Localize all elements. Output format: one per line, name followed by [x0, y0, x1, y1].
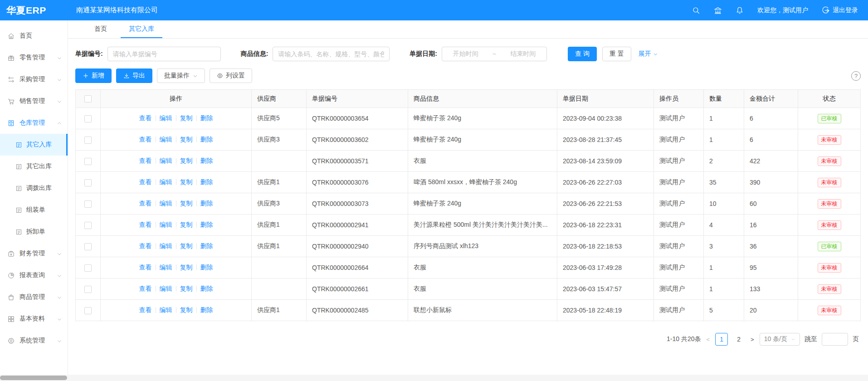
row-operator: 测试用户 — [654, 300, 704, 321]
tab-other-inbound[interactable]: 其它入库 — [121, 20, 162, 38]
row-action-edit[interactable]: 编辑 — [160, 157, 172, 164]
sidebar-item-basic-data[interactable]: 基本资料 — [0, 308, 68, 330]
row-action-edit[interactable]: 编辑 — [160, 114, 172, 122]
row-checkbox[interactable] — [84, 137, 92, 144]
col-header-product: 商品信息 — [408, 90, 557, 108]
row-actions-cell: 查看编辑复制删除 — [101, 108, 252, 129]
sidebar-item-retail[interactable]: 零售管理 — [0, 47, 68, 68]
row-checkbox[interactable] — [84, 264, 92, 272]
row-action-edit[interactable]: 编辑 — [160, 264, 172, 271]
sidebar-subitem-assembly[interactable]: 组装单 — [0, 199, 68, 221]
row-action-view[interactable]: 查看 — [139, 242, 152, 249]
product-info-input[interactable] — [273, 47, 390, 61]
row-checkbox[interactable] — [84, 158, 92, 165]
row-action-copy[interactable]: 复制 — [180, 264, 193, 271]
column-settings-button[interactable]: 列设置 — [210, 68, 252, 83]
row-action-delete[interactable]: 删除 — [200, 200, 213, 207]
form-icon — [15, 207, 22, 214]
row-action-delete[interactable]: 删除 — [200, 242, 213, 249]
row-action-delete[interactable]: 删除 — [200, 178, 213, 186]
search-button[interactable]: 查 询 — [568, 47, 597, 61]
row-action-edit[interactable]: 编辑 — [160, 221, 172, 228]
row-action-copy[interactable]: 复制 — [180, 178, 193, 186]
sidebar-item-home[interactable]: 首页 — [0, 25, 68, 47]
shopping-bag-icon — [7, 293, 15, 301]
action-separator — [156, 158, 156, 164]
row-checkbox[interactable] — [84, 307, 92, 314]
row-action-view[interactable]: 查看 — [139, 200, 152, 207]
row-action-delete[interactable]: 删除 — [200, 136, 213, 143]
date-range-input[interactable]: 开始时间 ~ 结束时间 — [442, 47, 547, 61]
row-action-view[interactable]: 查看 — [139, 157, 152, 164]
row-action-edit[interactable]: 编辑 — [160, 306, 172, 313]
row-action-view[interactable]: 查看 — [139, 221, 152, 228]
row-checkbox[interactable] — [84, 286, 92, 293]
row-action-copy[interactable]: 复制 — [180, 242, 193, 249]
row-action-delete[interactable]: 删除 — [200, 114, 213, 122]
row-action-delete[interactable]: 删除 — [200, 306, 213, 313]
row-action-copy[interactable]: 复制 — [180, 157, 193, 164]
select-all-checkbox[interactable] — [84, 95, 92, 103]
row-action-copy[interactable]: 复制 — [180, 221, 193, 228]
row-action-copy[interactable]: 复制 — [180, 285, 193, 292]
sidebar-item-reports[interactable]: 报表查询 — [0, 264, 68, 286]
tab-home[interactable]: 首页 — [86, 20, 115, 38]
sidebar-subitem-transfer-outbound[interactable]: 调拨出库 — [0, 177, 68, 199]
expand-link[interactable]: 展开 — [639, 50, 658, 58]
page-size-select[interactable]: 10 条/页 — [760, 333, 800, 346]
search-icon[interactable] — [692, 6, 700, 15]
sidebar-item-goods[interactable]: 商品管理 — [0, 286, 68, 308]
sidebar-item-warehouse[interactable]: 仓库管理 — [0, 112, 68, 134]
reset-button[interactable]: 重 置 — [602, 47, 631, 61]
row-action-copy[interactable]: 复制 — [180, 114, 193, 122]
welcome-user[interactable]: 欢迎您，测试用户 — [757, 6, 808, 15]
batch-actions-button[interactable]: 批量操作 — [157, 68, 205, 83]
sidebar-item-sales[interactable]: 销售管理 — [0, 90, 68, 112]
row-checkbox[interactable] — [84, 179, 92, 186]
bell-icon[interactable] — [736, 6, 744, 15]
row-action-edit[interactable]: 编辑 — [160, 242, 172, 249]
sidebar-subitem-other-inbound[interactable]: 其它入库 — [0, 134, 68, 156]
row-action-copy[interactable]: 复制 — [180, 136, 193, 143]
page-button-1[interactable]: 1 — [715, 333, 728, 346]
horizontal-scrollbar[interactable] — [0, 375, 868, 381]
sidebar-subitem-other-outbound[interactable]: 其它出库 — [0, 156, 68, 177]
row-action-view[interactable]: 查看 — [139, 306, 152, 313]
add-button[interactable]: 新增 — [75, 68, 112, 83]
row-checkbox[interactable] — [84, 243, 92, 250]
logout-button[interactable]: 退出登录 — [822, 6, 858, 15]
row-action-copy[interactable]: 复制 — [180, 200, 193, 207]
prev-page-button[interactable]: < — [705, 336, 711, 343]
row-action-edit[interactable]: 编辑 — [160, 200, 172, 207]
next-page-button[interactable]: > — [750, 336, 755, 343]
row-action-view[interactable]: 查看 — [139, 178, 152, 186]
row-action-delete[interactable]: 删除 — [200, 157, 213, 164]
row-checkbox[interactable] — [84, 222, 92, 229]
page-button-2[interactable]: 2 — [732, 333, 745, 346]
row-action-copy[interactable]: 复制 — [180, 306, 193, 313]
export-button[interactable]: 导出 — [116, 68, 152, 83]
help-icon[interactable]: ? — [851, 71, 861, 81]
row-action-edit[interactable]: 编辑 — [160, 178, 172, 186]
row-action-view[interactable]: 查看 — [139, 264, 152, 271]
sidebar-item-system[interactable]: 系统管理 — [0, 330, 68, 352]
row-checkbox[interactable] — [84, 115, 92, 122]
row-action-view[interactable]: 查看 — [139, 136, 152, 143]
row-action-delete[interactable]: 删除 — [200, 264, 213, 271]
order-no-input[interactable] — [107, 47, 221, 61]
scrollbar-thumb[interactable] — [0, 376, 67, 380]
chevron-down-icon — [57, 273, 62, 278]
sidebar-item-purchase[interactable]: 采购管理 — [0, 68, 68, 90]
jump-page-input[interactable] — [822, 333, 848, 346]
row-checkbox[interactable] — [84, 200, 92, 208]
row-action-edit[interactable]: 编辑 — [160, 285, 172, 292]
row-action-view[interactable]: 查看 — [139, 114, 152, 122]
sidebar-item-finance[interactable]: 财务管理 — [0, 243, 68, 264]
row-action-edit[interactable]: 编辑 — [160, 136, 172, 143]
sidebar-subitem-disassembly[interactable]: 拆卸单 — [0, 221, 68, 243]
row-date: 2023-08-28 21:37:45 — [557, 129, 654, 151]
row-action-delete[interactable]: 删除 — [200, 221, 213, 228]
bank-icon[interactable] — [714, 6, 722, 15]
row-action-delete[interactable]: 删除 — [200, 285, 213, 292]
row-action-view[interactable]: 查看 — [139, 285, 152, 292]
